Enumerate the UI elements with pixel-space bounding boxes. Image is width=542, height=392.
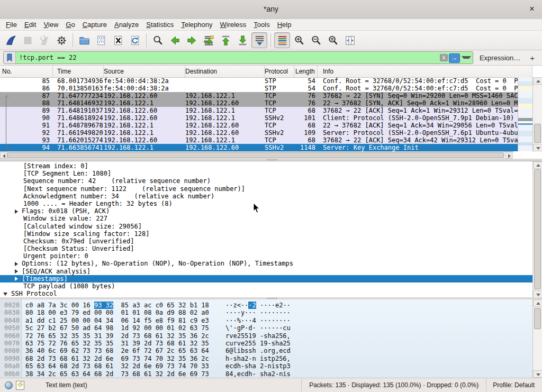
detail-line[interactable]: [Timestamps] xyxy=(0,275,532,282)
scroll-thumb[interactable] xyxy=(534,124,541,143)
scroll-thumb[interactable] xyxy=(534,169,541,289)
zoom-out-button[interactable] xyxy=(308,32,324,48)
detail-line[interactable]: SSH Protocol xyxy=(0,290,532,297)
hex-bytes[interactable]: 80 18 00 e3 79 ed 00 00 01 01 08 0a d9 8… xyxy=(21,309,213,316)
column-header-protocol[interactable]: Protocol xyxy=(265,66,294,77)
open-file-button[interactable] xyxy=(76,32,92,48)
hex-row-0070[interactable]: 007063 75 72 76 65 32 35 35 31 39 2d 73 … xyxy=(0,340,532,347)
detail-line[interactable]: Options: (12 bytes), No-Operation (NOP),… xyxy=(0,260,532,267)
packet-row-86[interactable]: 8670.013850163fe:54:00:d4:38:2aSTP54Conf… xyxy=(0,85,532,92)
hex-bytes[interactable]: 36 40 6c 69 62 73 73 68 2e 6f 72 67 2c 6… xyxy=(21,347,213,354)
hex-row-0020[interactable]: 0020c0 a8 7a 3c 00 16 93 32 85 a3 ac c0 … xyxy=(0,302,532,309)
zoom-original-button[interactable] xyxy=(325,32,341,48)
menu-view[interactable]: View xyxy=(40,20,62,30)
expert-info-icon[interactable] xyxy=(5,381,13,389)
scroll-down-arrow-icon[interactable] xyxy=(533,290,542,298)
column-header-info[interactable]: Info xyxy=(318,66,532,77)
scroll-up-arrow-icon[interactable] xyxy=(533,161,542,169)
colorize-button[interactable] xyxy=(274,32,290,48)
profile-text[interactable]: Profile: Default xyxy=(486,379,542,391)
start-capture-button[interactable] xyxy=(3,32,19,48)
filter-history-caret[interactable] xyxy=(462,56,471,59)
column-header-source[interactable]: Source xyxy=(104,66,185,77)
ascii-bytes[interactable]: h-sha2-n istp256, xyxy=(213,355,291,362)
detail-line[interactable]: Urgent pointer: 0 xyxy=(0,252,532,260)
expanded-arrow-icon[interactable] xyxy=(3,293,7,296)
hex-bytes[interactable]: a1 dd c1 25 00 00 04 34 06 14 f5 e8 f9 8… xyxy=(21,317,213,324)
menu-wireless[interactable]: Wireless xyxy=(216,20,250,30)
packet-row-93[interactable]: 9371.662015274192.168.122.60192.168.122.… xyxy=(0,136,532,144)
menu-telephony[interactable]: Telephony xyxy=(177,20,216,30)
packet-row-89[interactable]: 8971.648191037192.168.122.60192.168.122.… xyxy=(0,107,532,114)
add-filter-button[interactable]: + xyxy=(530,53,535,62)
hex-row-0060[interactable]: 006072 76 65 32 35 35 31 39 2d 73 68 61 … xyxy=(0,332,532,340)
menu-tools[interactable]: Tools xyxy=(250,20,273,30)
ascii-bytes[interactable]: ····y··· ········ xyxy=(213,309,291,316)
scroll-down-arrow-icon[interactable] xyxy=(533,370,542,378)
packet-row-92[interactable]: 9271.661949820192.168.122.1192.168.122.6… xyxy=(0,129,532,136)
reload-file-button[interactable] xyxy=(127,32,143,48)
zoom-in-button[interactable] xyxy=(291,32,307,48)
capture-options-button[interactable] xyxy=(53,32,69,48)
hex-row-00b0[interactable]: 00b038 34 2c 65 63 64 68 2d 73 68 61 32 … xyxy=(0,370,532,378)
go-back-button[interactable] xyxy=(167,32,183,48)
column-header-destination[interactable]: Destination xyxy=(185,66,265,77)
scroll-right-arrow-icon[interactable] xyxy=(505,152,512,159)
menu-capture[interactable]: Capture xyxy=(79,20,111,30)
hex-row-0080[interactable]: 008036 40 6c 69 62 73 73 68 2e 6f 72 67 … xyxy=(0,347,532,354)
detail-line[interactable]: [Stream index: 0] xyxy=(0,162,532,170)
display-filter-input[interactable] xyxy=(16,52,439,63)
hex-row-00a0[interactable]: 00a065 63 64 68 2d 73 68 61 32 2d 6e 69 … xyxy=(0,362,532,370)
go-to-packet-button[interactable] xyxy=(201,32,216,48)
menu-help[interactable]: Help xyxy=(274,20,295,30)
hex-bytes[interactable]: 63 75 72 76 65 32 35 35 31 39 2d 73 68 6… xyxy=(21,340,213,347)
scroll-up-arrow-icon[interactable] xyxy=(533,299,542,307)
collapsed-arrow-icon[interactable] xyxy=(15,277,18,281)
detail-vscrollbar[interactable] xyxy=(532,161,542,298)
collapsed-arrow-icon[interactable] xyxy=(15,269,18,274)
packet-list-hscrollbar[interactable] xyxy=(0,151,513,159)
intelligent-scrollbar-minimap[interactable] xyxy=(518,77,533,151)
ascii-bytes[interactable]: ecdh-sha 2-nistp3 xyxy=(213,362,291,370)
packet-row-87[interactable]: 8771.647777234192.168.122.60192.168.122.… xyxy=(0,92,532,99)
packet-row-88[interactable]: 8871.648146932192.168.122.1192.168.122.6… xyxy=(0,99,532,107)
apply-filter-button[interactable]: → xyxy=(449,53,460,63)
capture-comment-icon[interactable] xyxy=(16,381,24,390)
save-file-button[interactable] xyxy=(93,32,109,48)
hscroll-thumb[interactable] xyxy=(7,152,504,158)
detail-line[interactable]: [TCP Segment Len: 1080] xyxy=(0,170,532,177)
bytes-vscrollbar[interactable] xyxy=(532,299,542,378)
clear-filter-button[interactable]: X xyxy=(440,54,448,61)
go-forward-button[interactable] xyxy=(184,32,200,48)
go-last-button[interactable] xyxy=(234,32,250,48)
ascii-bytes[interactable]: curve255 19-sha25 xyxy=(213,340,291,347)
packet-list-vscrollbar[interactable] xyxy=(532,77,542,151)
expression-button[interactable]: Expression… xyxy=(480,54,520,62)
packet-row-90[interactable]: 9071.648618924192.168.122.60192.168.122.… xyxy=(0,114,532,122)
menu-analyze[interactable]: Analyze xyxy=(111,20,142,30)
menu-statistics[interactable]: Statistics xyxy=(142,20,177,30)
scroll-down-arrow-icon[interactable] xyxy=(533,144,542,151)
detail-line[interactable]: [Window size scaling factor: 128] xyxy=(0,230,532,238)
ascii-bytes[interactable]: 84,ecdh- sha2-nis xyxy=(213,370,291,378)
detail-line[interactable]: [Next sequence number: 1122 (relative se… xyxy=(0,185,532,193)
detail-line[interactable]: [SEQ/ACK analysis] xyxy=(0,268,532,275)
packet-row-94[interactable]: 9471.663856741192.168.122.1192.168.122.6… xyxy=(0,144,532,151)
scroll-left-arrow-icon[interactable] xyxy=(0,152,7,159)
hex-bytes[interactable]: 38 34 2c 65 63 64 68 2d 73 68 61 32 2d 6… xyxy=(21,370,213,378)
detail-line[interactable]: 1000 .... = Header Length: 32 bytes (8) xyxy=(0,200,532,207)
menu-file[interactable]: File xyxy=(2,20,21,30)
column-header-no[interactable]: No. xyxy=(0,66,53,77)
ascii-bytes[interactable]: \'·gP·d· ······cu xyxy=(213,324,291,332)
ascii-bytes[interactable]: ··z<···2 ····e2·· xyxy=(213,302,291,309)
hex-bytes[interactable]: 72 76 65 32 35 35 31 39 2d 73 68 61 32 3… xyxy=(21,332,213,340)
auto-scroll-button[interactable] xyxy=(251,32,267,48)
ascii-bytes[interactable]: ···%···4 ········ xyxy=(213,317,291,324)
collapsed-arrow-icon[interactable] xyxy=(15,262,18,266)
detail-line[interactable]: Sequence number: 42 (relative sequence n… xyxy=(0,177,532,185)
detail-line[interactable]: TCP payload (1080 bytes) xyxy=(0,282,532,290)
filter-bookmark-button[interactable] xyxy=(4,52,16,63)
scroll-up-arrow-icon[interactable] xyxy=(533,77,542,85)
menu-go[interactable]: Go xyxy=(62,20,78,30)
go-first-button[interactable] xyxy=(218,32,233,48)
